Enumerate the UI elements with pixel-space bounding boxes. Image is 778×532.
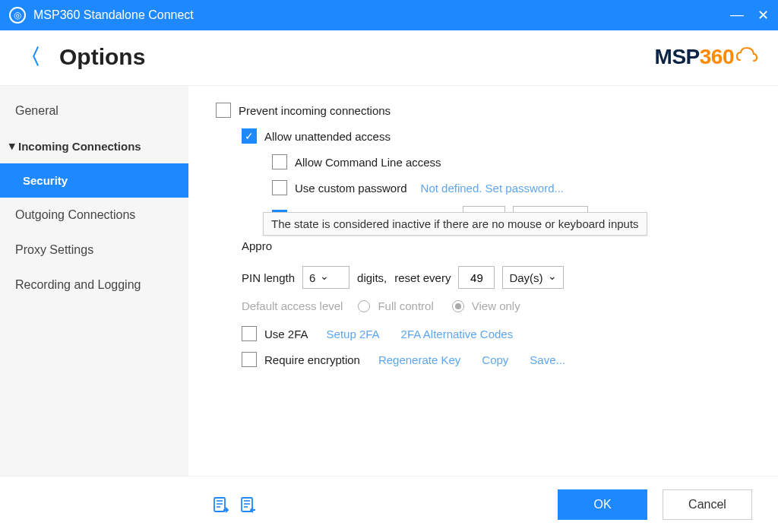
use-2fa-checkbox[interactable] xyxy=(242,326,257,341)
cloud-icon xyxy=(735,45,758,70)
sidebar-item-general[interactable]: General xyxy=(0,93,188,128)
back-button[interactable]: 〈 xyxy=(20,43,41,71)
sidebar-item-outgoing[interactable]: Outgoing Connections xyxy=(0,198,188,233)
view-only-label: View only xyxy=(472,299,520,312)
regenerate-key-link[interactable]: Regenerate Key xyxy=(378,353,460,366)
custom-password-checkbox[interactable] xyxy=(272,180,287,195)
require-encryption-checkbox[interactable] xyxy=(242,352,257,367)
chevron-down-icon: ▾ xyxy=(9,139,15,153)
reset-every-label: reset every xyxy=(394,271,451,284)
app-title: MSP360 Standalone Connect xyxy=(33,8,194,22)
inactive-tooltip: The state is considered inactive if ther… xyxy=(263,212,647,236)
full-control-radio xyxy=(358,300,370,312)
brand-logo: MSP360 xyxy=(655,45,758,70)
pin-length-label: PIN length xyxy=(242,271,295,284)
save-link[interactable]: Save... xyxy=(530,353,565,366)
minimize-icon[interactable]: — xyxy=(730,7,744,24)
allow-cmd-label: Allow Command Line access xyxy=(295,156,441,169)
allow-unattended-label: Allow unattended access xyxy=(264,130,391,143)
page-title: Options xyxy=(59,44,145,70)
use-2fa-label: Use 2FA xyxy=(264,328,308,340)
allow-cmd-checkbox[interactable] xyxy=(272,154,287,169)
sidebar-item-recording[interactable]: Recording and Logging xyxy=(0,268,188,302)
allow-unattended-checkbox[interactable] xyxy=(242,128,257,144)
logo-text-num: 360 xyxy=(700,45,734,69)
prevent-checkbox[interactable] xyxy=(216,103,231,118)
export-icon[interactable] xyxy=(213,496,229,513)
full-control-label: Full control xyxy=(378,299,433,312)
svg-rect-0 xyxy=(214,498,225,511)
pin-length-select[interactable]: 6 xyxy=(302,266,349,289)
sidebar: General ▾ Incoming Connections Security … xyxy=(0,86,188,496)
cancel-button[interactable]: Cancel xyxy=(663,489,752,520)
ok-button[interactable]: OK xyxy=(558,489,647,520)
view-only-radio xyxy=(452,300,464,312)
custom-password-label: Use custom password xyxy=(295,182,407,195)
prevent-label: Prevent incoming connections xyxy=(239,104,391,117)
pin-digits-label: digits, xyxy=(357,271,387,284)
copy-link[interactable]: Copy xyxy=(482,353,508,366)
logo-text-msp: MSP xyxy=(655,45,700,69)
sidebar-group-label: Incoming Connections xyxy=(18,140,141,153)
set-password-link[interactable]: Not defined. Set password... xyxy=(421,182,564,195)
approval-label: Appro xyxy=(242,239,272,252)
sidebar-item-proxy[interactable]: Proxy Settings xyxy=(0,233,188,268)
reset-unit-select[interactable]: Day(s) xyxy=(502,266,563,289)
default-access-label: Default access level xyxy=(242,299,343,312)
setup-2fa-link[interactable]: Setup 2FA xyxy=(327,328,380,340)
sidebar-group-incoming[interactable]: ▾ Incoming Connections xyxy=(0,128,188,163)
close-icon[interactable]: ✕ xyxy=(757,7,769,24)
content-pane: Prevent incoming connections Allow unatt… xyxy=(188,86,778,496)
require-encryption-label: Require encryption xyxy=(264,353,360,366)
import-icon[interactable] xyxy=(240,496,257,513)
alt-codes-link[interactable]: 2FA Alternative Codes xyxy=(401,328,514,340)
reset-value-input[interactable] xyxy=(458,266,495,289)
sidebar-item-security[interactable]: Security xyxy=(0,163,188,198)
app-icon: ◎ xyxy=(9,7,26,24)
